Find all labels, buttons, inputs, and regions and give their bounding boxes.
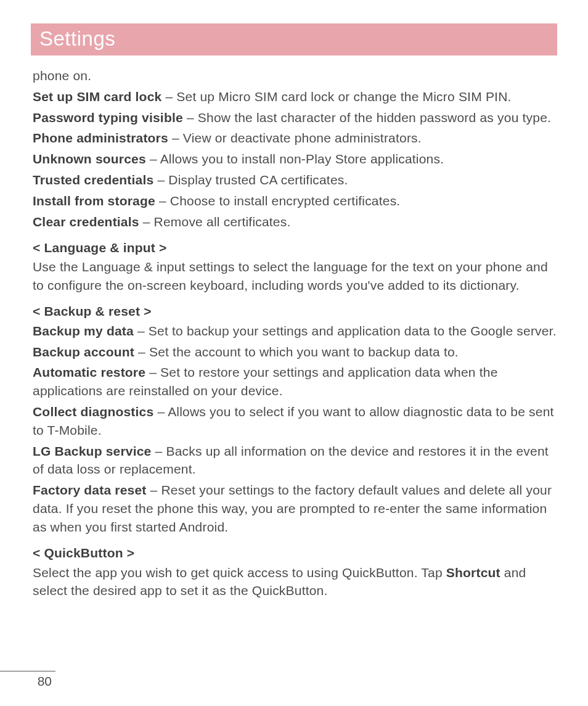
section-heading-quickbutton: < QuickButton > xyxy=(33,544,557,562)
setting-label: Clear credentials xyxy=(33,215,139,229)
manual-page: Settings phone on. Set up SIM card lock … xyxy=(0,0,588,706)
quickbutton-bold: Shortcut xyxy=(446,565,500,580)
intro-fragment: phone on. xyxy=(33,67,557,85)
setting-label: Password typing visible xyxy=(33,110,183,125)
setting-label: Collect diagnostics xyxy=(33,404,153,419)
setting-label: Backup account xyxy=(33,345,134,359)
setting-item: Clear credentials – Remove all certifica… xyxy=(33,213,557,231)
setting-desc: – Show the last character of the hidden … xyxy=(183,110,551,125)
setting-desc: – Set the account to which you want to b… xyxy=(134,345,459,359)
setting-item: Unknown sources – Allows you to install … xyxy=(33,150,557,168)
setting-label: Trusted credentials xyxy=(33,173,153,187)
setting-label: Phone administrators xyxy=(33,131,168,145)
page-title: Settings xyxy=(31,23,557,55)
page-body: phone on. Set up SIM card lock – Set up … xyxy=(25,67,557,600)
setting-item: Set up SIM card lock – Set up Micro SIM … xyxy=(33,88,557,106)
setting-item: Install from storage – Choose to install… xyxy=(33,192,557,210)
setting-item: Factory data reset – Reset your settings… xyxy=(33,481,557,536)
setting-item: Phone administrators – View or deactivat… xyxy=(33,129,557,147)
setting-label: Factory data reset xyxy=(33,483,147,497)
setting-item: Collect diagnostics – Allows you to sele… xyxy=(33,403,557,440)
setting-label: Install from storage xyxy=(33,194,155,208)
setting-item: Backup account – Set the account to whic… xyxy=(33,343,557,361)
page-number: 80 xyxy=(0,671,55,689)
setting-desc: – Allows you to install non-Play Store a… xyxy=(146,152,444,166)
setting-desc: – Choose to install encrypted certificat… xyxy=(155,194,401,208)
setting-label: Automatic restore xyxy=(33,365,145,379)
setting-label: Backup my data xyxy=(33,324,134,338)
setting-label: LG Backup service xyxy=(33,444,152,458)
section-heading-language: < Language & input > xyxy=(33,239,557,257)
section-heading-backup: < Backup & reset > xyxy=(33,302,557,321)
setting-desc: – View or deactivate phone administrator… xyxy=(168,131,422,145)
setting-label: Set up SIM card lock xyxy=(33,89,161,104)
setting-desc: – Set up Micro SIM card lock or change t… xyxy=(161,89,511,104)
setting-item: Automatic restore – Set to restore your … xyxy=(33,363,557,400)
setting-desc: – Display trusted CA certificates. xyxy=(153,173,348,187)
section-desc-language: Use the Language & input settings to sel… xyxy=(33,258,557,295)
setting-item: LG Backup service – Backs up all informa… xyxy=(33,442,557,479)
setting-item: Password typing visible – Show the last … xyxy=(33,109,557,127)
setting-item: Trusted credentials – Display trusted CA… xyxy=(33,171,557,189)
setting-desc: – Remove all certificates. xyxy=(139,215,291,229)
setting-desc: – Set to backup your settings and applic… xyxy=(134,324,557,338)
setting-label: Unknown sources xyxy=(33,152,146,166)
quickbutton-pre: Select the app you wish to get quick acc… xyxy=(33,565,446,580)
setting-item: Backup my data – Set to backup your sett… xyxy=(33,322,557,340)
quickbutton-desc: Select the app you wish to get quick acc… xyxy=(33,564,557,601)
